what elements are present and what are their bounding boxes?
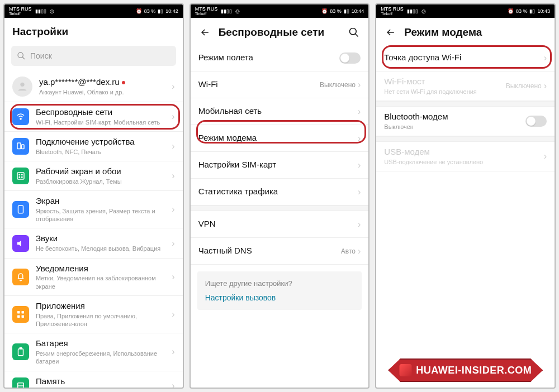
chevron-right-icon: ›	[358, 246, 361, 256]
list-row[interactable]: Мобильная сеть ›	[191, 98, 369, 125]
page-title: Режим модема	[404, 26, 547, 39]
row-sub: Нет сети Wi-Fi для подключения	[384, 88, 505, 95]
battery-text: 83 %	[144, 8, 156, 14]
toggle-switch[interactable]	[339, 52, 361, 64]
settings-row[interactable]: Уведомления Метки, Уведомления на заблок…	[4, 259, 183, 296]
row-label: Рабочий экран и обои	[36, 166, 172, 177]
row-label: Уведомления	[36, 264, 172, 274]
chevron-right-icon: ›	[172, 141, 174, 151]
row-label: Экран	[36, 196, 172, 207]
home-screen-icon	[12, 168, 29, 184]
more-settings-card: Ищете другие настройки? Настройки вызово…	[197, 271, 362, 310]
search-input[interactable]: Поиск	[11, 46, 176, 66]
clock: 10:44	[352, 8, 364, 14]
chevron-right-icon: ›	[172, 112, 174, 122]
alarm-icon: ⏰	[136, 8, 142, 14]
chevron-right-icon: ›	[544, 81, 547, 91]
display-icon	[12, 201, 29, 218]
list-row[interactable]: Точка доступа Wi-Fi ›	[376, 45, 555, 71]
more-settings-question: Ищете другие настройки?	[205, 279, 354, 288]
toggle-switch[interactable]	[525, 116, 547, 127]
chevron-right-icon: ›	[358, 219, 361, 230]
carrier-label: MTS RUS Tinkoff	[9, 7, 32, 16]
list-row: USB-модем USB-подключение не установлено…	[376, 142, 555, 171]
list-row: Wi-Fi-мост Нет сети Wi-Fi для подключени…	[376, 71, 555, 101]
call-settings-link[interactable]: Настройки вызовов	[205, 293, 354, 302]
watermark-text: HUAWEI-INSIDER.COM	[416, 365, 532, 376]
header: Настройки	[4, 18, 183, 44]
svg-rect-4	[17, 143, 21, 149]
list-row[interactable]: Bluetooth-модем Выключен	[376, 107, 555, 136]
clock: 10:43	[537, 8, 550, 14]
chevron-right-icon: ›	[358, 160, 361, 170]
row-sub: Права, Приложения по умолчанию, Приложен…	[36, 312, 172, 328]
row-label: VPN	[198, 219, 358, 230]
row-sub: Разблокировка Журнал, Темы	[36, 178, 172, 185]
svg-rect-15	[22, 315, 25, 318]
svg-rect-12	[17, 311, 20, 314]
signal-icon: ▮▮▯▯	[35, 8, 46, 14]
chevron-right-icon: ›	[358, 133, 361, 144]
row-label: Частный DNS	[198, 246, 341, 256]
svg-point-9	[19, 177, 20, 178]
page-title: Настройки	[12, 26, 175, 38]
settings-row[interactable]: Батарея Режим энергосбережения, Использо…	[4, 333, 183, 371]
chevron-right-icon: ›	[358, 107, 361, 117]
list-row[interactable]: Статистика трафика ›	[191, 179, 369, 205]
settings-row[interactable]: Экран Яркость, Защита зрения, Размер тек…	[4, 191, 183, 228]
chevron-right-icon: ›	[172, 309, 174, 319]
chevron-right-icon: ›	[358, 80, 361, 90]
carrier-label: MTS RUS Tinkoff	[195, 7, 218, 16]
list-row[interactable]: Режим полета	[191, 45, 369, 71]
svg-point-8	[22, 174, 23, 175]
huawei-logo-icon	[399, 364, 411, 376]
account-sub: Аккаунт Huawei, Облако и др.	[39, 88, 172, 96]
svg-line-1	[22, 57, 25, 59]
back-button[interactable]	[198, 26, 212, 39]
settings-row[interactable]: Память Очистка памяти ›	[4, 371, 183, 388]
device-connect-icon	[12, 138, 29, 155]
battery-text: 83 %	[516, 8, 528, 14]
phone-screen-1: MTS RUS Tinkoff ▮▮▯▯ ◎ ⏰ 83 % ▮▯ 10:42 Н…	[3, 3, 184, 389]
back-button[interactable]	[384, 26, 397, 39]
watermark-badge: HUAWEI-INSIDER.COM	[388, 358, 543, 382]
storage-icon	[12, 377, 29, 388]
svg-rect-5	[22, 145, 25, 149]
row-sub: USB-подключение не установлено	[384, 158, 543, 166]
row-label: Память	[36, 376, 172, 387]
settings-row[interactable]: Подключение устройства Bluetooth, NFC, П…	[4, 132, 183, 161]
account-row[interactable]: ya.p*******@***dex.ru Аккаунт Huawei, Об…	[4, 71, 183, 102]
search-button[interactable]	[347, 26, 361, 39]
settings-row[interactable]: Рабочий экран и обои Разблокировка Журна…	[4, 161, 183, 191]
list-row[interactable]: Wi-Fi Выключено›	[191, 71, 369, 98]
settings-row[interactable]: Беспроводные сети Wi-Fi, Настройки SIM-к…	[4, 102, 183, 132]
row-label: USB-модем	[384, 147, 543, 157]
tethering-list: Точка доступа Wi-Fi › Wi-Fi-мост Нет сет…	[376, 45, 555, 388]
chevron-right-icon: ›	[172, 381, 174, 388]
chevron-right-icon: ›	[172, 347, 174, 357]
settings-list: ya.p*******@***dex.ru Аккаунт Huawei, Об…	[4, 71, 183, 388]
chevron-right-icon: ›	[172, 272, 174, 282]
row-label: Bluetooth-модем	[384, 112, 525, 122]
phone-screen-3: MTS RUS Tinkoff ▮▮▯▯ ◎ ⏰ 83 % ▮▯ 10:43 Р…	[375, 3, 556, 389]
list-row[interactable]: Режим модема ›	[191, 125, 369, 152]
list-row[interactable]: VPN ›	[191, 211, 369, 238]
search-placeholder: Поиск	[30, 51, 52, 60]
row-value: Авто	[341, 247, 356, 255]
chevron-right-icon: ›	[358, 187, 361, 197]
chevron-right-icon: ›	[544, 53, 547, 63]
svg-point-10	[22, 177, 23, 178]
list-row[interactable]: Частный DNS Авто›	[191, 238, 369, 265]
row-label: Wi-Fi	[198, 79, 320, 90]
svg-rect-16	[18, 349, 23, 356]
signal-icon: ▮▮▯▯	[407, 8, 418, 14]
settings-row[interactable]: Звуки Не беспокоить, Мелодия вызова, Виб…	[4, 228, 183, 258]
settings-row[interactable]: Приложения Права, Приложения по умолчани…	[4, 296, 183, 333]
nfc-icon: ◎	[421, 8, 426, 14]
list-row[interactable]: Настройки SIM-карт ›	[191, 152, 369, 179]
svg-point-0	[18, 52, 23, 58]
alarm-icon: ⏰	[321, 8, 328, 14]
nfc-icon: ◎	[235, 8, 240, 14]
row-sub: Wi-Fi, Настройки SIM-карт, Мобильная сет…	[36, 118, 172, 126]
battery-icon: ▮▯	[344, 8, 349, 14]
